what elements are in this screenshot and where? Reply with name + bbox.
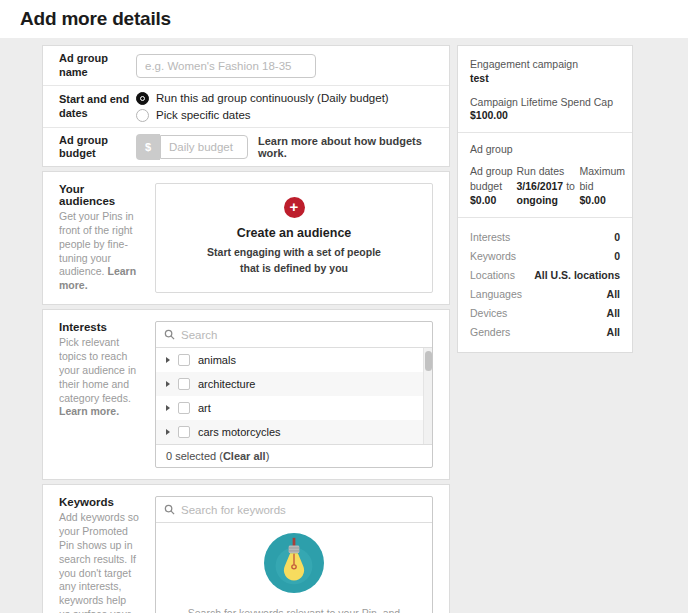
spend-cap-block: Campaign Lifetime Spend Cap $100.00 [470, 95, 620, 122]
interests-description-text: Pick relevant topics to reach your audie… [59, 336, 136, 403]
interest-checkbox[interactable] [178, 402, 190, 414]
audiences-panel: Your audiences Get your Pins in front of… [42, 171, 450, 305]
campaign-summary-sidebar: Engagement campaign test Campaign Lifeti… [457, 45, 633, 353]
daily-budget-input[interactable] [160, 135, 248, 159]
search-icon [164, 329, 175, 340]
radio-selected-icon[interactable] [136, 92, 149, 105]
budget-input-group: $ [136, 134, 248, 160]
stat-max-bid: Maximum bid $0.00 [580, 164, 621, 207]
plus-icon[interactable]: + [284, 197, 305, 218]
audiences-title: Your audiences [59, 183, 139, 207]
interest-row-architecture[interactable]: architecture [156, 372, 432, 396]
dates-radio-group: Run this ad group continuously (Daily bu… [136, 92, 389, 122]
ad-group-form-panel: Ad group name Start and end dates Run th… [42, 45, 450, 167]
ad-group-budget-row: Ad group budget $ Learn more about how b… [43, 127, 449, 166]
lightbulb-icon [264, 533, 324, 593]
expand-caret-icon[interactable] [166, 381, 170, 387]
scrollbar-thumb[interactable] [425, 351, 432, 371]
targeting-label: Languages [470, 288, 522, 300]
lightbulb-illustration [156, 533, 432, 597]
stat-budget-value: $0.00 [470, 194, 496, 206]
interest-checkbox[interactable] [178, 378, 190, 390]
campaign-type: Engagement campaign [470, 57, 620, 72]
interest-label: architecture [198, 378, 255, 390]
targeting-row-genders: Genders All [470, 323, 620, 342]
interest-checkbox[interactable] [178, 354, 190, 366]
selected-count-suffix: ) [266, 450, 270, 462]
keywords-empty-text: Search for keywords relevant to your Pin… [156, 605, 432, 613]
keywords-empty-state: Search for keywords relevant to your Pin… [156, 523, 432, 613]
audiences-info: Your audiences Get your Pins in front of… [59, 183, 139, 293]
scrollbar[interactable] [423, 348, 432, 444]
search-icon [164, 504, 175, 515]
interest-row-cars-motorcycles[interactable]: cars motorcycles [156, 420, 432, 444]
keywords-search-row [156, 497, 432, 523]
targeting-row-keywords: Keywords 0 [470, 247, 620, 266]
keywords-panel: Keywords Add keywords so your Promoted P… [42, 484, 450, 613]
expand-caret-icon[interactable] [166, 405, 170, 411]
page-title: Add more details [20, 8, 171, 30]
main-column: Ad group name Start and end dates Run th… [42, 45, 450, 613]
interest-row-art[interactable]: art [156, 396, 432, 420]
interests-panel: Interests Pick relevant topics to reach … [42, 309, 450, 480]
interests-search-input[interactable] [181, 329, 424, 341]
targeting-row-interests: Interests 0 [470, 228, 620, 247]
keywords-info: Keywords Add keywords so your Promoted P… [59, 496, 139, 613]
stat-max-bid-value: $0.00 [580, 194, 606, 206]
stat-budget-label: Ad group budget [470, 164, 517, 192]
targeting-label: Genders [470, 326, 510, 338]
interests-picker: animals architecture art [155, 321, 433, 468]
targeting-value: All U.S. locations [534, 269, 620, 281]
keywords-title: Keywords [59, 496, 139, 508]
campaign-block: Engagement campaign test [470, 57, 620, 84]
targeting-value: All [607, 288, 620, 300]
keywords-description-text: Add keywords so your Promoted Pin shows … [59, 511, 139, 613]
radio-run-continuously-label: Run this ad group continuously (Daily bu… [156, 92, 389, 104]
start-end-dates-row: Start and end dates Run this ad group co… [43, 85, 449, 127]
spend-cap-value: $100.00 [470, 109, 620, 121]
radio-unselected-icon[interactable] [136, 109, 149, 122]
stat-run-dates-value: 3/16/2017 to ongoing [517, 179, 580, 207]
keywords-picker: Search for keywords relevant to your Pin… [155, 496, 433, 613]
run-dates-start: 3/16/2017 [517, 180, 564, 192]
radio-pick-dates[interactable]: Pick specific dates [136, 109, 389, 122]
run-dates-joiner: to [566, 180, 575, 192]
ad-group-name-input[interactable] [136, 54, 316, 78]
radio-run-continuously[interactable]: Run this ad group continuously (Daily bu… [136, 92, 389, 105]
interests-selected-footer: 0 selected (Clear all) [156, 444, 432, 467]
ad-group-name-label: Ad group name [59, 52, 136, 78]
page-header: Add more details [0, 0, 688, 38]
stat-budget: Ad group budget $0.00 [470, 164, 517, 207]
stat-run-dates-label: Run dates [517, 164, 580, 178]
interests-learn-more-link[interactable]: Learn more. [59, 405, 119, 417]
targeting-value: All [607, 326, 620, 338]
ad-group-section-label: Ad group [470, 143, 620, 155]
budget-help-link[interactable]: Learn more about how budgets work. [258, 135, 433, 159]
create-audience-button[interactable]: + Create an audience Start engaging with… [155, 183, 433, 293]
interest-row-animals[interactable]: animals [156, 348, 432, 372]
budget-label: Ad group budget [59, 134, 136, 160]
interests-info: Interests Pick relevant topics to reach … [59, 321, 139, 468]
clear-all-link[interactable]: Clear all [223, 450, 266, 462]
targeting-value: All [607, 307, 620, 319]
ad-group-name-row: Ad group name [43, 46, 449, 85]
targeting-row-locations: Locations All U.S. locations [470, 266, 620, 285]
expand-caret-icon[interactable] [166, 357, 170, 363]
targeting-summary: Interests 0 Keywords 0 Locations All U.S… [470, 228, 620, 342]
currency-symbol: $ [136, 134, 160, 160]
interest-label: animals [198, 354, 236, 366]
expand-caret-icon[interactable] [166, 429, 170, 435]
radio-pick-dates-label: Pick specific dates [156, 109, 251, 121]
selected-count: 0 selected ( [166, 450, 223, 462]
stat-run-dates: Run dates 3/16/2017 to ongoing [517, 164, 580, 207]
divider [458, 132, 632, 133]
ad-group-stats: Ad group budget $0.00 Run dates 3/16/201… [470, 164, 620, 207]
interest-label: cars motorcycles [198, 426, 281, 438]
interests-description: Pick relevant topics to reach your audie… [59, 336, 139, 419]
keywords-search-input[interactable] [181, 504, 424, 516]
interest-checkbox[interactable] [178, 426, 190, 438]
keywords-description: Add keywords so your Promoted Pin shows … [59, 511, 139, 613]
content-area: Ad group name Start and end dates Run th… [42, 45, 633, 613]
targeting-label: Devices [470, 307, 507, 319]
targeting-label: Keywords [470, 250, 516, 262]
